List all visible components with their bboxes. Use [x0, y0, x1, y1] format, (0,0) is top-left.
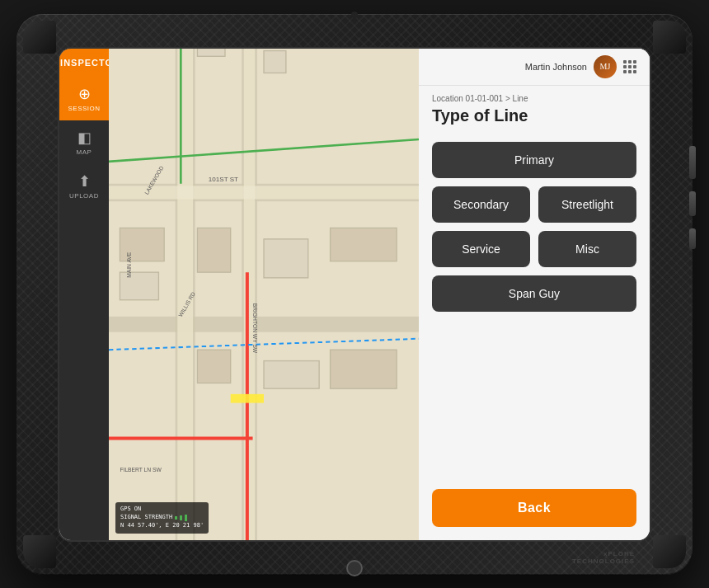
- svg-text:101ST ST: 101ST ST: [209, 176, 238, 183]
- signal-bar-2: [180, 515, 182, 520]
- map-area: 101ST ST LAKEWOOD BRIGHTON WY SW FILBERT…: [109, 49, 419, 540]
- user-name: Martin Johnson: [525, 62, 587, 72]
- svg-rect-6: [109, 186, 419, 199]
- svg-rect-9: [197, 49, 225, 56]
- session-icon: ⊕: [78, 85, 91, 103]
- back-button-area: Back: [419, 479, 650, 540]
- service-button[interactable]: Service: [432, 231, 530, 267]
- corner-bumper-tr: [653, 21, 686, 54]
- service-misc-row: Service Misc: [432, 231, 636, 267]
- sidebar-item-upload-label: UPLOAD: [69, 192, 99, 200]
- home-button[interactable]: [346, 560, 363, 576]
- page-title: Type of Line: [419, 106, 650, 135]
- panel-header: Martin Johnson MJ: [419, 49, 650, 86]
- secondary-button[interactable]: Secondary: [432, 186, 530, 223]
- power-button[interactable]: [689, 146, 696, 179]
- sidebar: IX INSPECTOR ⊕ SESSION ◧ MAP ⬆ UPLOAD: [59, 49, 109, 540]
- streetlight-button[interactable]: Streetlight: [538, 186, 636, 223]
- gps-overlay: GPS ON SIGNAL STRENGTH N 44 57.40', E 20…: [115, 502, 209, 533]
- screen: IX INSPECTOR ⊕ SESSION ◧ MAP ⬆ UPLOAD: [58, 47, 651, 542]
- sidebar-item-upload[interactable]: ⬆ UPLOAD: [59, 164, 109, 208]
- grid-menu-icon[interactable]: [623, 60, 636, 73]
- front-camera: [351, 12, 358, 18]
- svg-rect-15: [264, 238, 308, 277]
- svg-rect-17: [197, 350, 230, 383]
- line-type-buttons: Primary Secondary Streetlight Service Mi…: [419, 135, 650, 479]
- corner-bumper-tl: [23, 21, 56, 54]
- svg-rect-18: [264, 360, 319, 388]
- gps-signal-row: SIGNAL STRENGTH: [120, 514, 204, 522]
- volume-up-button[interactable]: [689, 191, 696, 216]
- volume-down-button[interactable]: [689, 228, 696, 249]
- svg-rect-25: [231, 393, 264, 402]
- map-svg: 101ST ST LAKEWOOD BRIGHTON WY SW FILBERT…: [109, 49, 419, 540]
- svg-rect-19: [331, 350, 397, 388]
- corner-bumper-br: [653, 535, 686, 568]
- svg-text:FILBERT LN SW: FILBERT LN SW: [120, 466, 162, 472]
- gps-coords: N 44 57.40', E 20 21 98': [120, 522, 204, 530]
- svg-rect-16: [331, 228, 397, 261]
- sidebar-item-map-label: MAP: [77, 148, 92, 156]
- right-panel: Martin Johnson MJ: [419, 49, 650, 540]
- svg-text:BRIGHTON WY SW: BRIGHTON WY SW: [252, 303, 258, 353]
- span-guy-button[interactable]: Span Guy: [432, 275, 636, 312]
- gps-status: GPS ON: [120, 506, 204, 514]
- signal-bar-1: [175, 516, 177, 520]
- map-icon: ◧: [77, 129, 92, 147]
- app-screen: IX INSPECTOR ⊕ SESSION ◧ MAP ⬆ UPLOAD: [59, 49, 650, 540]
- sidebar-item-map[interactable]: ◧ MAP: [59, 120, 109, 164]
- tablet-device: xPLORE TECHNOLOGIES IX INSPECTOR ⊕ SESSI…: [16, 14, 693, 575]
- svg-text:MAIN AVE: MAIN AVE: [126, 252, 132, 278]
- sidebar-item-session[interactable]: ⊕ SESSION: [59, 77, 109, 120]
- user-avatar: MJ: [594, 55, 617, 78]
- signal-label: SIGNAL STRENGTH: [120, 514, 172, 522]
- upload-icon: ⬆: [78, 172, 91, 191]
- corner-bumper-bl: [23, 535, 56, 568]
- breadcrumb: Location 01-01-001 > Line: [419, 86, 650, 106]
- svg-rect-14: [197, 228, 230, 272]
- signal-bar-3: [185, 515, 187, 521]
- svg-rect-11: [264, 50, 286, 73]
- app-logo-bar: IX INSPECTOR: [59, 49, 109, 77]
- primary-button[interactable]: Primary: [432, 142, 636, 178]
- svg-rect-7: [244, 49, 255, 540]
- misc-button[interactable]: Misc: [538, 231, 636, 267]
- sidebar-item-session-label: SESSION: [68, 105, 100, 112]
- svg-rect-3: [109, 316, 419, 332]
- device-brand: xPLORE TECHNOLOGIES: [572, 550, 635, 565]
- secondary-streetlight-row: Secondary Streetlight: [432, 186, 636, 223]
- user-initials: MJ: [600, 62, 611, 71]
- back-button[interactable]: Back: [432, 489, 636, 527]
